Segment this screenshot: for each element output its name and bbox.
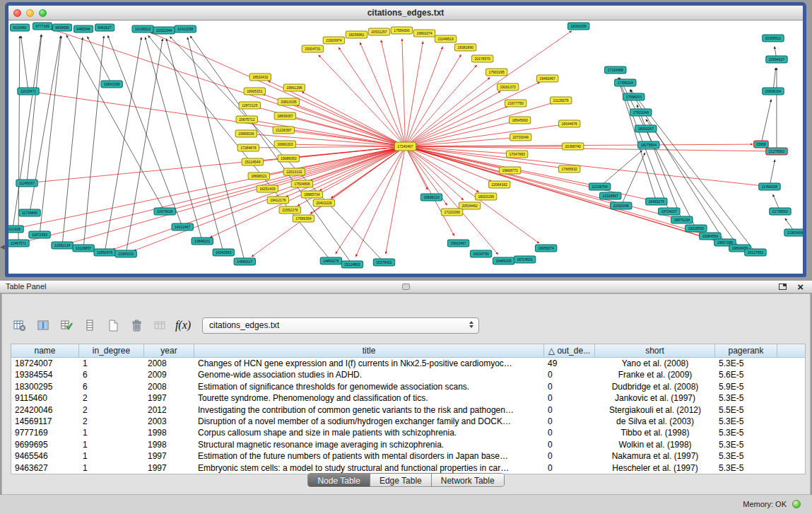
graph-node[interactable]: 9463627 [95, 24, 114, 31]
graph-node[interactable]: 21279563 [766, 148, 787, 155]
column-selector-icon[interactable] [34, 316, 52, 334]
network-canvas[interactable]: 1724040718520432169051511287212520675712… [8, 21, 803, 274]
graph-node[interactable]: 14012467 [172, 223, 193, 230]
graph-edge[interactable] [13, 35, 41, 229]
graph-node[interactable]: 11245067 [16, 180, 37, 187]
function-builder-icon[interactable]: f(x) [174, 316, 192, 334]
graph-node[interactable]: 20730049 [510, 134, 531, 141]
graph-node[interactable]: 20402226 [313, 199, 334, 206]
graph-edge[interactable] [770, 160, 775, 187]
graph-edge[interactable] [170, 37, 384, 262]
graph-edge[interactable] [293, 144, 405, 146]
graph-node[interactable]: 14342563 [213, 249, 234, 256]
column-header-pagerank[interactable]: pagerank [715, 344, 777, 358]
graph-edge[interactable] [21, 146, 406, 228]
graph-node[interactable]: 17821049 [630, 109, 652, 116]
graph-node[interactable]: 21228397 [273, 127, 294, 134]
graph-node[interactable]: 16234750 [470, 250, 491, 257]
graph-node[interactable]: 18520432 [249, 74, 271, 81]
column-header-in_degree[interactable]: in_degree [79, 344, 144, 358]
edit-table-icon[interactable] [57, 316, 76, 334]
graph-node[interactable]: 17356224 [615, 79, 636, 86]
graph-node[interactable]: 20813035 [278, 98, 299, 105]
import-table-icon[interactable] [151, 316, 169, 334]
graph-node[interactable]: 12872125 [239, 102, 260, 109]
graph-node[interactable]: 18256961 [346, 31, 367, 38]
graph-node[interactable]: 13365231 [115, 250, 136, 257]
graph-node[interactable]: 20594327 [766, 56, 787, 63]
graph-node[interactable]: 18698321 [248, 173, 269, 180]
graph-edge[interactable] [71, 146, 406, 243]
tab-edge-table[interactable]: Edge Table [370, 474, 432, 486]
column-header-name[interactable]: name [11, 344, 79, 358]
graph-node[interactable]: 22136754 [589, 183, 611, 190]
column-header-short[interactable]: short [595, 344, 715, 358]
graph-node[interactable]: 12021928 [8, 226, 23, 233]
graph-node[interactable]: 17220296 [441, 209, 462, 216]
table-row[interactable]: 1872400712008Changes of HCN gene express… [11, 358, 805, 369]
graph-node[interactable]: 11015471 [18, 88, 39, 95]
graph-node[interactable]: 17903295 [486, 69, 507, 76]
table-row[interactable]: 1938455462009Genome-wide association stu… [11, 369, 805, 380]
graph-edge[interactable] [27, 146, 406, 241]
graph-node[interactable]: 21677750 [505, 100, 526, 107]
graph-node[interactable]: 22420046 [611, 202, 632, 209]
graph-node[interactable]: 12467571 [8, 240, 29, 247]
graph-node[interactable]: 18976234 [671, 216, 693, 223]
graph-node[interactable]: 17554300 [391, 27, 412, 34]
table-row[interactable]: 969969511998Structural magnetic resonanc… [11, 439, 805, 450]
graph-node[interactable]: 18724007 [659, 208, 680, 215]
graph-node[interactable]: 19965036 [235, 130, 257, 137]
graph-node[interactable]: 21738562 [770, 208, 791, 215]
graph-node[interactable]: 18044676 [558, 120, 579, 127]
graph-node[interactable]: 20368912 [763, 35, 784, 42]
graph-node[interactable]: 18300295 [568, 23, 589, 30]
graph-node[interactable]: 20531257 [368, 28, 389, 35]
graph-edge[interactable] [88, 37, 112, 84]
graph-node[interactable]: 21926974 [323, 37, 344, 44]
graph-edge[interactable] [21, 36, 28, 91]
graph-node[interactable]: 18381890 [454, 44, 476, 51]
graph-node[interactable]: 17665632 [558, 165, 579, 173]
graph-node[interactable]: 19086053 [278, 155, 299, 162]
graph-node[interactable]: 18279554 [638, 141, 659, 148]
graph-node[interactable]: 13129857 [73, 245, 94, 252]
graph-node[interactable]: 17999354 [293, 215, 314, 222]
graph-node[interactable]: 10842338 [101, 81, 122, 88]
zoom-window-button[interactable] [39, 9, 47, 17]
graph-node[interactable]: 12692134 [52, 242, 73, 249]
tab-node-table[interactable]: Node Table [308, 474, 370, 486]
column-header-title[interactable]: title [194, 344, 544, 358]
graph-node[interactable]: 17047683 [506, 151, 527, 158]
graph-node[interactable]: 19218530 [686, 225, 707, 232]
graph-node[interactable]: 20534462 [459, 202, 480, 209]
panel-collapse-arrow-icon[interactable]: ◀ [0, 243, 5, 250]
graph-node[interactable]: 16724531 [514, 256, 535, 263]
graph-edge[interactable] [381, 40, 405, 146]
graph-node[interactable]: 16958274 [535, 245, 556, 252]
graph-node[interactable]: 17504806 [291, 180, 312, 187]
row-height-icon[interactable] [81, 316, 99, 334]
graph-node[interactable]: 11734865 [19, 209, 40, 216]
graph-node[interactable]: 19412176 [267, 197, 288, 204]
graph-node[interactable]: 18493276 [646, 198, 667, 205]
graph-node[interactable]: 15698120 [420, 194, 442, 201]
graph-node[interactable]: 18093267 [635, 125, 657, 132]
graph-node[interactable]: 15124549 [242, 158, 263, 165]
graph-node[interactable]: 13845201 [192, 238, 213, 245]
graph-edge[interactable] [62, 37, 83, 245]
graph-edge[interactable] [405, 146, 702, 234]
graph-node[interactable]: 20836154 [763, 88, 784, 95]
graph-node[interactable]: 22064162 [488, 181, 510, 188]
graph-node[interactable]: 16251409 [257, 185, 278, 192]
graph-node[interactable]: 19561296 [283, 84, 305, 91]
column-header-year[interactable]: year [144, 344, 194, 358]
graph-edge[interactable] [319, 146, 405, 191]
graph-node[interactable]: 15958 [754, 141, 769, 148]
graph-node[interactable]: 17193458 [605, 66, 626, 74]
graph-edge[interactable] [37, 93, 406, 146]
graph-node[interactable]: 14893276 [320, 257, 341, 264]
graph-edge[interactable] [302, 92, 406, 146]
graph-node[interactable]: 14569117 [234, 258, 255, 265]
table-selector-combo[interactable]: citations_edges.txt [202, 317, 479, 334]
